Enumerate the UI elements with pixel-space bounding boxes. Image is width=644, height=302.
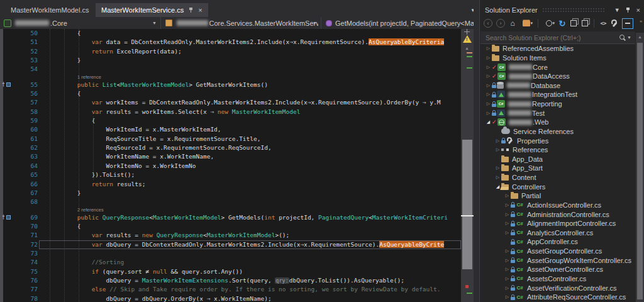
tree-item-app-data[interactable]: App_Data <box>480 155 635 164</box>
code-line[interactable]: 65 }).ToList(); <box>0 171 461 179</box>
window-position-icon[interactable]: ▼ <box>614 7 620 13</box>
code-line[interactable]: 54 <box>0 65 461 74</box>
collapsed-arrow-icon[interactable] <box>504 193 511 198</box>
code-line[interactable]: 67 } <box>0 189 461 198</box>
tree-scrollbar[interactable]: ▲ <box>636 33 644 302</box>
tree-item-alignmentimportcontroller-cs[interactable]: AlignmentImportController.cs <box>480 219 635 228</box>
collapsed-arrow-icon[interactable] <box>504 276 511 281</box>
collapsed-arrow-icon[interactable] <box>504 212 511 217</box>
code-line[interactable]: 66 return results; <box>0 180 461 189</box>
collapse-all-icon[interactable] <box>570 19 577 28</box>
tree-item-appcontroller-cs[interactable]: AppController.cs <box>480 237 635 247</box>
collapsed-arrow-icon[interactable] <box>504 286 511 291</box>
tree-item-solution-items[interactable]: Solution Items <box>480 53 635 63</box>
tree-item-actionissuecontroller-cs[interactable]: ActionIssueController.cs <box>480 201 635 210</box>
editor-scrollbar[interactable]: ▲ <box>461 29 474 302</box>
code-line[interactable]: 61 ReqSourceTitle = x.RequirementSource.… <box>0 135 461 143</box>
preview-selected-items-icon[interactable] <box>622 18 633 29</box>
tab-masterworkitemservice[interactable]: MasterWorkItemService.cs × <box>96 3 208 17</box>
code-line[interactable]: †55 public List<MasterWorkItemModel> Get… <box>0 81 461 89</box>
properties-icon[interactable] <box>611 20 618 28</box>
code-line[interactable]: 52 return ExcelReport(data); <box>0 47 461 56</box>
code-line[interactable]: 64 WorkItemNo = x.WorkItemNo <box>0 162 461 171</box>
home-icon[interactable] <box>509 19 516 28</box>
scroll-up-icon[interactable]: ▲ <box>465 46 469 50</box>
switch-views-icon[interactable] <box>520 19 533 28</box>
scroll-up-icon[interactable]: ▲ <box>638 35 642 39</box>
code-line[interactable]: 72 var dbQuery = DbContextReadOnly.Maste… <box>0 240 461 249</box>
scrollbar-thumb[interactable] <box>637 43 643 299</box>
codelens-label[interactable]: 1 reference <box>0 74 461 81</box>
code-line[interactable]: 75 if (query.sort ≠ null && query.sort.A… <box>0 267 461 276</box>
tree-item-attributereqsourcecontroller-cs[interactable]: AttributeReqSourceController.cs <box>480 293 635 302</box>
collapsed-arrow-icon[interactable] <box>504 230 511 235</box>
collapsed-arrow-icon[interactable] <box>485 83 492 88</box>
class-dropdown[interactable]: Core.Services.MasterWorkItemService ▼ <box>161 17 321 29</box>
code-line[interactable]: 59 { <box>0 116 461 125</box>
pending-changes-filter-icon[interactable] <box>543 19 555 28</box>
tree-item-administrationcontroller-cs[interactable]: AdministrationController.cs <box>480 210 635 219</box>
tree-item-core[interactable]: Core <box>480 62 635 72</box>
collapsed-arrow-icon[interactable] <box>494 165 501 171</box>
tree-item-controllers[interactable]: Controllers <box>480 182 635 191</box>
collapsed-arrow-icon[interactable] <box>494 147 501 152</box>
code-line[interactable]: 58 var results = workItems.Select(x ⇒ ne… <box>0 108 461 116</box>
close-icon[interactable]: × <box>636 6 640 14</box>
search-input[interactable] <box>480 34 618 42</box>
code-line[interactable]: †69 public QueryResponse<MasterWorkItemM… <box>0 213 461 222</box>
sync-with-active-document-icon[interactable] <box>558 19 566 28</box>
collapsed-arrow-icon[interactable] <box>504 267 511 272</box>
project-dropdown[interactable]: .Core ▼ <box>0 17 161 29</box>
collapsed-arrow-icon[interactable] <box>485 92 492 97</box>
tree-item-references[interactable]: References <box>480 145 635 155</box>
method-dropdown[interactable]: GetModels(int projectId, PaginatedQuery<… <box>321 17 479 29</box>
code-line[interactable]: 74 //Sorting <box>0 258 461 267</box>
tree-item-app-start[interactable]: App_Start <box>480 164 635 173</box>
tree-item-reporting[interactable]: Reporting <box>480 99 635 109</box>
collapsed-arrow-icon[interactable] <box>494 175 501 180</box>
tree-item-assetverificationcontroller-cs[interactable]: AssetVerificationController.cs <box>480 283 635 293</box>
code-line[interactable]: 78 dbQuery = dbQuery.OrderBy(x ⇒ x.WorkI… <box>0 294 461 302</box>
tree-item-assetgroupcontroller-cs[interactable]: AssetGroupController.cs <box>480 247 635 256</box>
tree-item-assetscontroller-cs[interactable]: AssetsController.cs <box>480 274 635 284</box>
tree-item-dataaccess[interactable]: DataAccess <box>480 72 635 81</box>
tree-item-service-references[interactable]: Service References <box>480 127 635 137</box>
close-icon[interactable]: × <box>198 7 202 13</box>
code-line[interactable]: 56 { <box>0 89 461 98</box>
code-line[interactable]: 60 WorkItemId = x.MasterWorkItemId, <box>0 125 461 134</box>
code-line[interactable]: 76 dbQuery = MasterWorkItemExtensions.So… <box>0 276 461 285</box>
tree-item-properties[interactable]: Properties <box>480 136 635 145</box>
code-line[interactable]: 62 ReqSourceId = x.RequirementSource.Req… <box>0 143 461 152</box>
collapsed-arrow-icon[interactable] <box>504 203 511 208</box>
code-line[interactable]: 51 var data = DbContextReadOnly.MasterWo… <box>0 38 461 47</box>
code-line[interactable]: 73 <box>0 249 461 258</box>
collapsed-arrow-icon[interactable] <box>485 55 492 60</box>
collapsed-arrow-icon[interactable] <box>485 111 492 116</box>
collapsed-arrow-icon[interactable] <box>485 46 492 51</box>
tree-item-integrationtest[interactable]: IntegrationTest <box>480 90 635 99</box>
search-icon[interactable] <box>618 34 626 42</box>
code-line[interactable]: 70 { <box>0 222 461 231</box>
collapsed-arrow-icon[interactable] <box>504 249 511 254</box>
scrollbar-thumb[interactable] <box>462 140 472 269</box>
tree-item-assetownercontroller-cs[interactable]: AssetOwnerController.cs <box>480 265 635 274</box>
tree-item-analyticscontroller-cs[interactable]: AnalyticsController.cs <box>480 228 635 238</box>
code-line[interactable]: 71 var results = new QueryResponse<Maste… <box>0 231 461 240</box>
collapsed-arrow-icon[interactable] <box>504 221 511 226</box>
pin-icon[interactable] <box>189 7 194 13</box>
splitter-grip-icon[interactable] <box>464 29 470 35</box>
collapsed-arrow-icon[interactable] <box>485 74 492 79</box>
collapsed-arrow-icon[interactable] <box>504 294 511 299</box>
code-line[interactable]: 68 <box>0 198 461 206</box>
forward-icon[interactable] <box>496 19 505 28</box>
tree-item-content[interactable]: Content <box>480 173 635 182</box>
panel-splitter[interactable] <box>474 0 479 302</box>
code-line[interactable]: 77 else // Skip and Take require order b… <box>0 285 461 294</box>
code-line[interactable]: 57 var workItems = DbContextReadOnly.Mas… <box>0 98 461 107</box>
code-line[interactable]: 50 { <box>0 29 461 38</box>
tree-item-web[interactable]: .Web <box>480 118 635 127</box>
collapsed-arrow-icon[interactable] <box>485 101 492 106</box>
toolbar-overflow-icon[interactable] <box>637 19 644 28</box>
show-all-files-icon[interactable] <box>581 19 589 28</box>
code-editor[interactable]: 50 {51 var data = DbContextReadOnly.Mast… <box>0 29 475 302</box>
